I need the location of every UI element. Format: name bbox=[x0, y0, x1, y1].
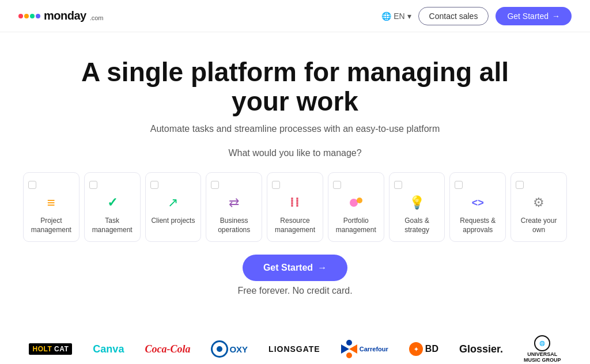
card-label-requests: Requests & approvals bbox=[455, 217, 501, 234]
svg-point-6 bbox=[346, 352, 352, 358]
logo-glossier: Glossier. bbox=[459, 343, 503, 355]
card-label-goals: Goals & strategy bbox=[394, 217, 440, 234]
card-checkbox-portfolio bbox=[333, 181, 341, 189]
logo[interactable]: monday.com bbox=[18, 9, 104, 22]
card-create-your-own[interactable]: ⚙ Create your own bbox=[510, 172, 567, 242]
card-goals-strategy[interactable]: 💡 Goals & strategy bbox=[389, 172, 445, 242]
logo-universal: 🌐 UNIVERSALMUSIC GROUP bbox=[524, 335, 561, 363]
bd-wordmark: BD bbox=[425, 344, 438, 354]
cta-section: Get Started → Free forever. No credit ca… bbox=[12, 255, 578, 296]
category-cards: ≡ Project management ✓ Task management ↗… bbox=[12, 172, 578, 242]
canva-wordmark: Canva bbox=[93, 343, 124, 355]
card-project-management[interactable]: ≡ Project management bbox=[23, 172, 80, 242]
hero-headline: A single platform for managing all your … bbox=[59, 58, 531, 116]
main-get-started-button[interactable]: Get Started → bbox=[243, 255, 347, 281]
logo-cocacola: Coca-Cola bbox=[145, 343, 190, 355]
logo-canva: Canva bbox=[93, 343, 124, 355]
nav-get-started-button[interactable]: Get Started → bbox=[496, 7, 572, 25]
logo-wordmark: monday bbox=[44, 9, 86, 22]
logos-bar: HOLT CAT Canva Coca-Cola OXY LIONSGATE C… bbox=[0, 335, 590, 363]
card-business-operations[interactable]: ⇄ Business operations bbox=[206, 172, 262, 242]
card-label-portfolio: Portfolio management bbox=[333, 217, 379, 234]
card-checkbox-client bbox=[150, 181, 158, 189]
card-label-project: Project management bbox=[28, 217, 74, 234]
logo-mark bbox=[18, 14, 40, 18]
oxy-wordmark: OXY bbox=[229, 344, 248, 354]
task-icon: ✓ bbox=[103, 194, 122, 212]
glossier-wordmark: Glossier. bbox=[459, 343, 503, 355]
card-label-resource: Resource management bbox=[272, 217, 318, 234]
hero-question: What would you like to manage? bbox=[12, 148, 578, 158]
language-selector[interactable]: 🌐 EN ▾ bbox=[381, 12, 411, 21]
logo-lionsgate: LIONSGATE bbox=[268, 344, 320, 354]
card-checkbox-project bbox=[28, 181, 36, 189]
svg-point-5 bbox=[346, 340, 352, 346]
logo-carrefour: Carrefour bbox=[341, 340, 388, 358]
logo-dot-green bbox=[30, 14, 35, 18]
universal-icon: 🌐 bbox=[534, 335, 550, 351]
card-resource-management[interactable]: ⁞⁞ Resource management bbox=[267, 172, 323, 242]
card-label-create: Create your own bbox=[516, 217, 562, 234]
card-checkbox-goals bbox=[394, 181, 402, 189]
logo-oxy: OXY bbox=[211, 340, 248, 358]
portfolio-svg bbox=[348, 196, 364, 210]
card-checkbox-resource bbox=[272, 181, 280, 189]
lionsgate-wordmark: LIONSGATE bbox=[268, 344, 320, 354]
cta-arrow-icon: → bbox=[317, 263, 327, 273]
carrefour-symbol bbox=[341, 340, 357, 358]
card-label-client: Client projects bbox=[151, 217, 195, 226]
card-checkbox-requests bbox=[455, 181, 463, 189]
nav-actions: 🌐 EN ▾ Contact sales Get Started → bbox=[381, 7, 572, 25]
goals-icon: 💡 bbox=[408, 194, 426, 212]
card-label-task: Task management bbox=[89, 217, 135, 234]
logo-dot-orange bbox=[24, 14, 29, 18]
card-checkbox-business bbox=[211, 181, 219, 189]
cta-label: Get Started bbox=[263, 263, 313, 273]
create-icon: ⚙ bbox=[530, 194, 548, 212]
svg-point-1 bbox=[357, 198, 362, 203]
requests-icon: <> bbox=[468, 194, 487, 212]
chevron-down-icon: ▾ bbox=[407, 12, 411, 21]
universal-wordmark: UNIVERSALMUSIC GROUP bbox=[524, 351, 561, 363]
card-portfolio-management[interactable]: Portfolio management bbox=[328, 172, 384, 242]
arrow-right-icon: → bbox=[552, 12, 560, 21]
card-requests-approvals[interactable]: <> Requests & approvals bbox=[449, 172, 506, 242]
portfolio-icon bbox=[347, 194, 365, 212]
navbar: monday.com 🌐 EN ▾ Contact sales Get Star… bbox=[0, 0, 590, 32]
globe-icon: 🌐 bbox=[381, 12, 391, 21]
nav-get-started-label: Get Started bbox=[507, 12, 549, 21]
cocacola-wordmark: Coca-Cola bbox=[145, 343, 190, 355]
logo-dot-red bbox=[18, 14, 23, 18]
svg-point-0 bbox=[350, 199, 358, 207]
bd-sun-icon: ✦ bbox=[409, 342, 423, 356]
cta-subtext: Free forever. No credit card. bbox=[12, 286, 578, 296]
card-checkbox-task bbox=[89, 181, 97, 189]
contact-sales-button[interactable]: Contact sales bbox=[418, 7, 489, 25]
language-label: EN bbox=[394, 12, 404, 21]
oxy-circle bbox=[211, 340, 228, 358]
card-label-business: Business operations bbox=[211, 217, 257, 234]
card-client-projects[interactable]: ↗ Client projects bbox=[145, 172, 202, 242]
hero-section: A single platform for managing all your … bbox=[0, 32, 590, 321]
logo-com: .com bbox=[90, 14, 104, 21]
card-checkbox-create bbox=[516, 181, 524, 189]
logo-holt-cat: HOLT CAT bbox=[29, 343, 72, 355]
client-icon: ↗ bbox=[164, 194, 182, 212]
card-task-management[interactable]: ✓ Task management bbox=[84, 172, 141, 242]
business-icon: ⇄ bbox=[225, 194, 243, 212]
project-icon: ≡ bbox=[42, 194, 60, 212]
logo-bd: ✦ BD bbox=[409, 342, 438, 356]
logo-dot-blue bbox=[36, 14, 40, 18]
oxy-inner bbox=[217, 346, 222, 352]
resource-icon: ⁞⁞ bbox=[286, 194, 304, 212]
carrefour-wordmark: Carrefour bbox=[360, 346, 388, 352]
hero-subheadline: Automate tasks and streamline processes … bbox=[12, 124, 578, 134]
holt-cat-logo: HOLT CAT bbox=[29, 343, 72, 355]
